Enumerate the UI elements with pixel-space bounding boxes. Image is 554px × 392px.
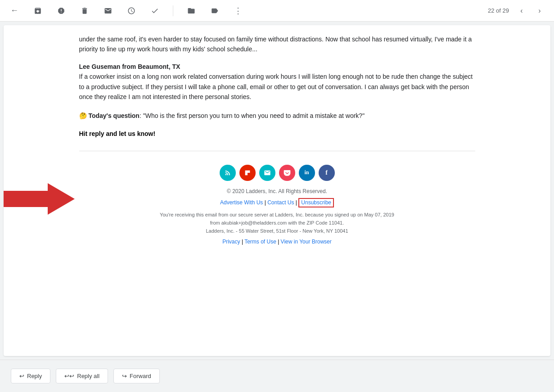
section-divider (79, 151, 475, 151)
author1-section: Lee Guseman from Beaumont, TX If a cowor… (79, 62, 475, 102)
delete-icon[interactable] (77, 4, 92, 18)
red-arrow-svg (4, 181, 75, 217)
footer-privacy-links: Privacy | Terms of Use | View in Your Br… (79, 239, 475, 245)
toolbar-left: ← ⋮ (7, 4, 245, 18)
mark-unread-icon[interactable] (101, 4, 115, 18)
svg-rect-3 (248, 170, 250, 172)
author1-content: Lee Guseman from Beaumont, TX If a cowor… (79, 62, 475, 102)
prev-nav-button[interactable]: ‹ (514, 4, 529, 18)
mark-done-icon[interactable] (148, 4, 162, 18)
forward-icon: ↪ (122, 373, 127, 379)
question-emoji: 🤔 (79, 112, 87, 119)
footer-section: in f © 2020 Ladders, Inc. All Rights Res… (79, 160, 475, 254)
forward-label: Forward (130, 373, 151, 379)
reply-label: Reply (27, 373, 42, 379)
back-icon[interactable]: ← (7, 4, 22, 18)
advertise-link[interactable]: Advertise With Us (220, 199, 263, 206)
linkedin-icon[interactable]: in (299, 165, 315, 181)
nav-count: 22 of 29 (488, 7, 509, 14)
email-body: under the same roof, it's even harder to… (61, 25, 493, 263)
divider (173, 5, 173, 16)
intro-paragraph: under the same roof, it's even harder to… (79, 34, 475, 54)
footer-info: You're receiving this email from our sec… (79, 211, 475, 235)
contact-us-link[interactable]: Contact Us (267, 199, 294, 206)
report-spam-icon[interactable] (54, 4, 68, 18)
red-arrow-container (4, 181, 75, 218)
reply-all-button[interactable]: ↩↩ Reply all (56, 369, 108, 383)
privacy-link[interactable]: Privacy (222, 239, 240, 245)
svg-rect-1 (245, 170, 247, 172)
intro-text: under the same roof, it's even harder to… (79, 34, 475, 54)
toolbar-right: 22 of 29 ‹ › (488, 4, 547, 18)
toolbar: ← ⋮ 22 of 29 ‹ › (0, 0, 554, 22)
reply-button[interactable]: ↩ Reply (11, 369, 50, 383)
reply-all-icon: ↩↩ (64, 373, 74, 379)
author1-text: If a coworker insist on a long non work … (79, 73, 473, 100)
hit-reply: Hit reply and let us know! (79, 130, 475, 137)
email-view: under the same roof, it's even harder to… (4, 25, 550, 356)
question-section: 🤔 Today's question: "Who is the first pe… (79, 111, 475, 121)
rss-icon[interactable] (220, 165, 236, 181)
footer-info-line3: Ladders, Inc. - 55 Water Street, 51st Fl… (79, 227, 475, 235)
footer-info-line2: from akubiak+job@theladders.com with the… (79, 219, 475, 227)
bottom-action-bar: ↩ Reply ↩↩ Reply all ↪ Forward (0, 360, 554, 392)
email-social-icon[interactable] (259, 165, 275, 181)
question-text: : "Who is the first person you turn to w… (140, 112, 365, 119)
facebook-icon[interactable]: f (319, 165, 335, 181)
footer-info-line1: You're receiving this email from our sec… (79, 211, 475, 219)
question-label: Today's question (88, 112, 140, 119)
footer-links: Advertise With Us | Contact Us | Unsubsc… (79, 198, 475, 208)
forward-button[interactable]: ↪ Forward (113, 369, 160, 383)
reply-icon: ↩ (19, 373, 24, 379)
snooze-icon[interactable] (124, 4, 139, 18)
more-options-icon[interactable]: ⋮ (231, 4, 245, 18)
flipboard-icon[interactable] (239, 165, 256, 181)
svg-point-0 (225, 174, 226, 175)
unsubscribe-wrapper: Unsubscribe (298, 198, 334, 208)
view-in-browser-link[interactable]: View in Your Browser (281, 239, 332, 245)
move-to-icon[interactable] (184, 4, 198, 18)
pocket-icon[interactable] (279, 165, 295, 181)
unsubscribe-link[interactable]: Unsubscribe (301, 199, 331, 206)
svg-marker-4 (4, 183, 75, 215)
footer-copyright: © 2020 Ladders, Inc. All Rights Reserved… (79, 188, 475, 194)
terms-of-use-link[interactable]: Terms of Use (244, 239, 276, 245)
svg-rect-2 (245, 173, 247, 175)
archive-icon[interactable] (31, 4, 45, 18)
label-icon[interactable] (207, 4, 222, 18)
main-content: under the same roof, it's even harder to… (0, 22, 554, 360)
social-icons: in f (79, 165, 475, 181)
next-nav-button[interactable]: › (532, 4, 547, 18)
reply-all-label: Reply all (77, 373, 99, 379)
author1-name: Lee Guseman from Beaumont, TX (79, 63, 180, 70)
